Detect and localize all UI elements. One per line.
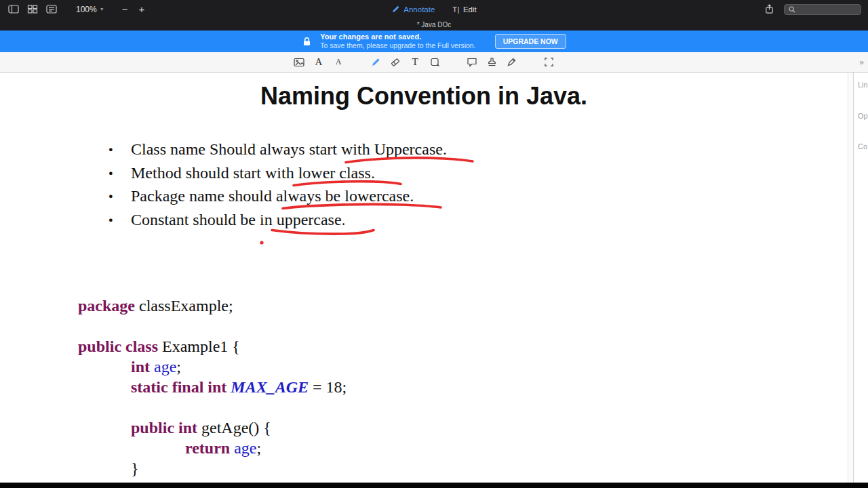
code-token: MAX_AGE [231, 378, 309, 396]
bullet-text: Package name should always be lowercase. [131, 187, 414, 205]
code-line: package classExample; [78, 296, 347, 316]
pencil-icon [391, 5, 400, 14]
search-input[interactable] [799, 5, 857, 14]
bullet-text: Class name Should always start with Uppe… [131, 140, 447, 158]
code-line: return age; [78, 438, 347, 458]
code-line: public class Example1 { [78, 336, 347, 357]
code-token: static final int [131, 378, 226, 396]
code-token: age [234, 439, 256, 457]
bullet-list: Class name Should always start with Uppe… [107, 138, 447, 231]
markup-tools-group [466, 55, 517, 70]
code-token: } [131, 460, 139, 477]
zoom-out-button[interactable]: − [122, 4, 128, 14]
panel-label: Co [858, 142, 867, 150]
text-tool-icon[interactable]: T [409, 55, 421, 70]
pdf-page[interactable]: Naming Convention in Java. Class name Sh… [0, 73, 848, 483]
bullet-text: Constant should be in uppercase. [131, 211, 346, 228]
panel-label: Lin [858, 81, 868, 89]
signature-tool-icon[interactable] [505, 55, 517, 70]
banner-title: Your changes are not saved. [320, 32, 475, 41]
share-icon[interactable] [764, 3, 774, 15]
code-token: = 18; [309, 378, 347, 396]
annotate-label: Annotate [403, 5, 435, 14]
code-token: ; [176, 358, 181, 375]
code-token: return [185, 439, 230, 457]
code-line: } [78, 458, 347, 479]
pencil-tool-icon[interactable] [370, 55, 382, 70]
image-annotation-icon[interactable] [293, 55, 305, 70]
ink-dot-annotation[interactable] [260, 241, 263, 244]
search-box[interactable] [784, 4, 861, 15]
bullet-item: Constant should be in uppercase. [107, 208, 447, 232]
tab-annotate[interactable]: Annotate [391, 5, 435, 14]
code-token: getAge() { [197, 419, 271, 436]
thumbnails-grid-icon[interactable] [27, 4, 38, 14]
code-token: Example1 { [158, 338, 240, 355]
code-block: package classExample; public class Examp… [78, 296, 347, 479]
right-panel-edge[interactable]: Lin Op Co [853, 73, 868, 483]
select-area-icon[interactable] [542, 55, 555, 70]
code-token: int [131, 358, 150, 375]
upgrade-banner: Your changes are not saved. To save them… [0, 30, 868, 52]
edit-label: Edit [463, 5, 477, 14]
vertical-scrollbar[interactable] [848, 73, 853, 483]
code-line-blank [78, 397, 347, 418]
bullet-item: Method should start with lower class. [107, 161, 447, 185]
banner-text: Your changes are not saved. To save them… [320, 32, 475, 51]
document-area: Naming Convention in Java. Class name Sh… [0, 73, 868, 483]
banner-subtitle: To save them, please upgrade to the Full… [320, 41, 475, 51]
draw-tools-group: T [370, 55, 441, 70]
zoom-level: 100% [76, 5, 97, 14]
bottom-bar [0, 483, 868, 488]
code-token: ; [257, 439, 262, 457]
panel-label: Op [858, 112, 868, 120]
code-token: classExample; [135, 297, 233, 314]
document-title-text: * Java DOc [417, 21, 452, 28]
text-style-group: A A [293, 55, 344, 70]
text-edit-icon: T| [452, 5, 460, 14]
stamp-tool-icon[interactable] [486, 55, 498, 70]
more-tools-chevron-icon[interactable]: » [859, 58, 864, 67]
view-controls: 100% ▼ − + [0, 4, 144, 14]
shape-tool-icon[interactable] [429, 55, 441, 70]
code-token: age [154, 358, 176, 375]
code-token: public int [131, 419, 197, 436]
sidebar-toggle-icon[interactable] [8, 4, 19, 14]
page-title: Naming Convention in Java. [0, 82, 848, 110]
code-line: public int getAge() { [78, 418, 347, 438]
eraser-tool-icon[interactable] [389, 55, 401, 70]
mode-tabs: Annotate T| Edit [391, 0, 476, 18]
app-toolbar: 100% ▼ − + Annotate T| Edit [0, 0, 868, 18]
document-titlebar: * Java DOc [0, 18, 868, 30]
upgrade-now-button[interactable]: UPGRADE NOW [495, 34, 566, 49]
annotation-toolbar: A A T [0, 52, 868, 73]
code-line: static final int MAX_AGE = 18; [78, 377, 347, 397]
tool-strip: A A T [293, 52, 580, 72]
bullet-item: Package name should always be lowercase. [107, 184, 447, 208]
zoom-control[interactable]: 100% ▼ [76, 5, 104, 14]
app-window: 100% ▼ − + Annotate T| Edit [0, 0, 868, 488]
code-line-blank [78, 316, 347, 336]
code-line: int age; [78, 357, 347, 377]
tab-edit[interactable]: T| Edit [452, 5, 476, 14]
search-icon [788, 5, 796, 14]
chevron-down-icon: ▼ [100, 7, 104, 12]
page-list-icon[interactable] [46, 4, 57, 14]
comment-tool-icon[interactable] [466, 55, 478, 70]
text-format-small-icon[interactable]: A [332, 55, 344, 70]
bullet-text: Method should start with lower class. [131, 164, 375, 182]
code-token: public class [78, 338, 158, 355]
code-token: package [78, 297, 135, 314]
text-format-large-icon[interactable]: A [313, 55, 325, 70]
lock-icon [302, 36, 312, 47]
zoom-in-button[interactable]: + [138, 4, 144, 14]
select-tools-group [542, 55, 555, 70]
bullet-item: Class name Should always start with Uppe… [107, 138, 447, 161]
topbar-right [764, 0, 861, 18]
